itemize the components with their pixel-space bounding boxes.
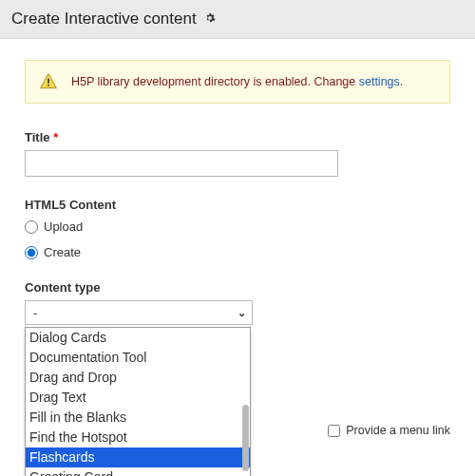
html5-content-label: HTML5 Content (25, 198, 450, 212)
menu-link-field[interactable]: Provide a menu link (328, 424, 450, 437)
menu-link-label: Provide a menu link (346, 424, 450, 437)
status-message-text: H5P library development directory is ena… (71, 75, 403, 88)
radio-create[interactable]: Create (25, 245, 450, 259)
status-message: H5P library development directory is ena… (25, 60, 450, 104)
gear-icon[interactable] (204, 12, 216, 27)
warning-icon (39, 72, 58, 91)
notice-text: H5P library development directory is ena… (71, 75, 359, 88)
radio-create-label: Create (44, 245, 81, 259)
page-header: Create Interactive content (0, 0, 475, 39)
svg-rect-1 (48, 85, 49, 86)
listbox-option[interactable]: Documentation Tool (26, 348, 250, 368)
html5-content-field: HTML5 Content Upload Create (25, 198, 450, 259)
settings-link[interactable]: settings (359, 75, 400, 88)
title-field: Title * (25, 130, 450, 177)
content-type-selected-value: - (33, 306, 37, 320)
content-type-label: Content type (25, 280, 450, 295)
radio-create-input[interactable] (25, 246, 38, 259)
scrollbar-track[interactable] (241, 329, 249, 476)
page-title-text: Create Interactive content (11, 10, 197, 29)
content-type-select-display[interactable]: - ⌄ (25, 300, 253, 325)
listbox-option[interactable]: Find the Hotspot (26, 428, 250, 447)
listbox-option[interactable]: Greeting Card (26, 467, 250, 476)
title-input[interactable] (25, 150, 338, 177)
form-content: H5P library development directory is ena… (0, 39, 475, 325)
listbox-option[interactable]: Flashcards (26, 447, 250, 467)
radio-upload[interactable]: Upload (25, 219, 450, 234)
listbox-option[interactable]: Drag and Drop (26, 368, 250, 388)
content-type-field: Content type - ⌄ Dialog CardsDocumentati… (25, 280, 450, 325)
listbox-option[interactable]: Dialog Cards (26, 328, 250, 348)
svg-rect-0 (48, 79, 49, 84)
menu-link-checkbox[interactable] (328, 425, 340, 437)
scrollbar-thumb[interactable] (242, 405, 249, 471)
listbox-option[interactable]: Drag Text (26, 388, 250, 408)
content-type-select[interactable]: - ⌄ Dialog CardsDocumentation ToolDrag a… (25, 300, 253, 325)
listbox-option[interactable]: Fill in the Blanks (26, 408, 250, 428)
title-label: Title * (25, 130, 450, 144)
notice-suffix: . (400, 75, 403, 88)
page-title: Create Interactive content (11, 10, 216, 29)
html5-content-radios: Upload Create (25, 219, 450, 259)
radio-upload-label: Upload (44, 219, 83, 234)
chevron-down-icon: ⌄ (238, 307, 246, 319)
radio-upload-input[interactable] (25, 220, 38, 234)
title-label-text: Title (25, 130, 50, 144)
required-marker: * (53, 130, 58, 144)
content-type-listbox[interactable]: Dialog CardsDocumentation ToolDrag and D… (25, 327, 251, 476)
